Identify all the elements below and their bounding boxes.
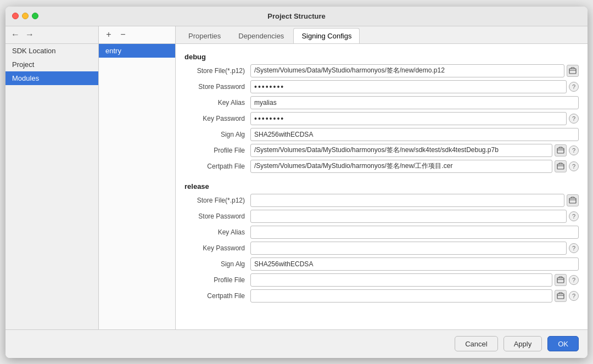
field-row-debug-profile-file: Profile File ? — [184, 144, 579, 157]
section-label-debug: debug — [184, 53, 579, 61]
debug-store-file-browse-button[interactable] — [567, 65, 579, 77]
svg-rect-2 — [557, 164, 564, 169]
field-row-release-store-password: Store Password ? — [184, 210, 579, 223]
field-input-wrap-debug-key-password: ? — [250, 112, 579, 125]
debug-certpath-file-input[interactable] — [250, 160, 552, 173]
field-label-release-store-file: Store File(*.p12) — [184, 197, 250, 204]
field-input-wrap-release-key-alias — [250, 226, 579, 239]
release-certpath-file-browse-button[interactable] — [555, 290, 567, 302]
field-row-debug-store-file: Store File(*.p12) — [184, 64, 579, 77]
release-store-password-input[interactable] — [250, 210, 567, 223]
window-title: Project Structure — [267, 12, 325, 20]
debug-key-password-input[interactable] — [250, 112, 567, 125]
scroll-content: debug Store File(*.p12) Store Password — [176, 44, 588, 329]
apply-button[interactable]: Apply — [504, 336, 542, 351]
project-structure-window: Project Structure ← → SDK Location Proje… — [5, 7, 588, 358]
release-key-password-input[interactable] — [250, 242, 567, 255]
field-input-wrap-debug-store-password: ? — [250, 80, 579, 93]
main-content: ← → SDK Location Project Modules + − ent… — [5, 26, 588, 329]
field-label-debug-store-password: Store Password — [184, 83, 250, 91]
ok-button[interactable]: OK — [547, 336, 579, 351]
tab-signing-configs[interactable]: Signing Configs — [293, 28, 360, 43]
close-button[interactable] — [12, 13, 19, 19]
release-key-alias-input[interactable] — [250, 226, 579, 239]
field-row-release-key-password: Key Password ? — [184, 242, 579, 255]
field-row-release-profile-file: Profile File ? — [184, 273, 579, 287]
field-label-debug-key-password: Key Password — [184, 115, 250, 122]
debug-sign-alg-input[interactable] — [250, 128, 579, 141]
bottom-bar: Cancel Apply OK — [5, 329, 588, 358]
release-certpath-file-help-icon[interactable]: ? — [569, 291, 579, 301]
release-store-file-input[interactable] — [250, 194, 564, 207]
field-input-wrap-debug-store-file — [250, 64, 579, 77]
field-label-release-key-alias: Key Alias — [184, 228, 250, 236]
svg-rect-0 — [569, 69, 576, 74]
release-store-file-browse-button[interactable] — [567, 194, 579, 206]
debug-key-alias-input[interactable] — [250, 96, 579, 109]
section-label-release: release — [184, 182, 579, 191]
release-sign-alg-input[interactable] — [250, 257, 579, 271]
sidebar-item-project[interactable]: Project — [5, 58, 98, 71]
sidebar-item-sdk-location[interactable]: SDK Location — [5, 44, 98, 58]
field-input-wrap-release-profile-file: ? — [250, 273, 579, 287]
field-label-release-sign-alg: Sign Alg — [184, 260, 250, 268]
field-label-debug-sign-alg: Sign Alg — [184, 131, 250, 138]
release-store-password-help-icon[interactable]: ? — [569, 211, 579, 221]
release-profile-file-help-icon[interactable]: ? — [569, 275, 579, 285]
release-certpath-file-input[interactable] — [250, 289, 552, 303]
debug-profile-file-input[interactable] — [250, 144, 552, 157]
module-item-entry[interactable]: entry — [99, 44, 175, 58]
field-row-release-store-file: Store File(*.p12) — [184, 194, 579, 207]
sidebar-toolbar: ← → — [5, 26, 98, 44]
tabs: Properties Dependencies Signing Configs — [176, 26, 588, 44]
svg-rect-3 — [569, 198, 576, 203]
debug-store-file-input[interactable] — [250, 64, 564, 77]
module-toolbar: + − — [99, 26, 175, 44]
content-area: Properties Dependencies Signing Configs … — [176, 26, 588, 329]
release-profile-file-input[interactable] — [250, 273, 552, 287]
field-label-release-profile-file: Profile File — [184, 276, 250, 284]
debug-certpath-file-help-icon[interactable]: ? — [569, 161, 579, 171]
sidebar-back-button[interactable]: ← — [10, 29, 21, 40]
field-row-release-sign-alg: Sign Alg — [184, 257, 579, 271]
field-row-debug-sign-alg: Sign Alg — [184, 128, 579, 141]
sidebar: ← → SDK Location Project Modules — [5, 26, 99, 329]
title-bar: Project Structure — [5, 7, 588, 26]
svg-rect-1 — [557, 148, 564, 153]
module-add-button[interactable]: + — [103, 29, 114, 40]
sidebar-forward-button[interactable]: → — [24, 29, 35, 40]
field-input-wrap-debug-profile-file: ? — [250, 144, 579, 157]
field-label-release-key-password: Key Password — [184, 244, 250, 252]
field-input-wrap-debug-key-alias — [250, 96, 579, 109]
svg-rect-5 — [557, 294, 564, 299]
debug-profile-file-help-icon[interactable]: ? — [569, 145, 579, 155]
field-label-debug-store-file: Store File(*.p12) — [184, 67, 250, 75]
field-label-debug-certpath-file: Certpath File — [184, 163, 250, 170]
field-row-release-certpath-file: Certpath File ? — [184, 289, 579, 303]
field-label-release-store-password: Store Password — [184, 212, 250, 220]
field-row-debug-key-password: Key Password ? — [184, 112, 579, 125]
debug-store-password-input[interactable] — [250, 80, 567, 93]
module-remove-button[interactable]: − — [118, 29, 128, 40]
field-row-debug-store-password: Store Password ? — [184, 80, 579, 93]
field-row-debug-key-alias: Key Alias — [184, 96, 579, 109]
minimize-button[interactable] — [22, 13, 29, 19]
field-row-debug-certpath-file: Certpath File ? — [184, 160, 579, 173]
tab-properties[interactable]: Properties — [180, 28, 229, 43]
field-input-wrap-release-store-password: ? — [250, 210, 579, 223]
field-input-wrap-debug-certpath-file: ? — [250, 160, 579, 173]
release-profile-file-browse-button[interactable] — [555, 274, 567, 286]
cancel-button[interactable]: Cancel — [455, 336, 497, 351]
debug-key-password-help-icon[interactable]: ? — [569, 114, 579, 124]
release-key-password-help-icon[interactable]: ? — [569, 243, 579, 253]
debug-profile-file-browse-button[interactable] — [555, 144, 567, 156]
field-row-release-key-alias: Key Alias — [184, 226, 579, 239]
tab-dependencies[interactable]: Dependencies — [230, 28, 292, 43]
sidebar-item-modules[interactable]: Modules — [5, 71, 98, 85]
debug-store-password-help-icon[interactable]: ? — [569, 82, 579, 92]
module-panel: + − entry — [99, 26, 176, 329]
debug-certpath-file-browse-button[interactable] — [555, 160, 567, 172]
field-input-wrap-release-key-password: ? — [250, 242, 579, 255]
maximize-button[interactable] — [32, 13, 38, 19]
svg-rect-4 — [557, 278, 564, 283]
